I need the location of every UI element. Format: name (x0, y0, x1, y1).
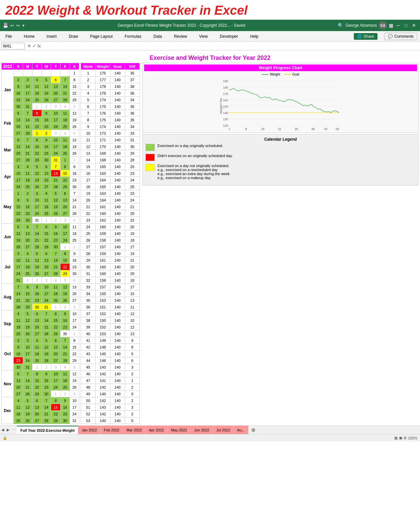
calendar-cell[interactable]: 12 (61, 284, 70, 290)
calendar-cell[interactable]: 1 (23, 277, 32, 284)
calendar-cell[interactable]: 30 (14, 364, 23, 371)
calendar-cell[interactable]: 27 (42, 270, 51, 277)
calendar-cell[interactable]: 5 (23, 310, 32, 317)
calendar-cell[interactable]: 27 (32, 417, 42, 424)
calendar-cell[interactable]: 2 (14, 337, 23, 344)
calendar-cell[interactable]: 22 (32, 150, 42, 157)
calendar-cell[interactable]: 7 (51, 250, 61, 257)
calendar-cell[interactable]: 19 (14, 237, 23, 244)
tab-page-layout[interactable]: Page Layout (87, 33, 115, 40)
calendar-cell[interactable]: 30 (32, 304, 42, 310)
calendar-cell[interactable]: 20 (51, 351, 61, 357)
calendar-cell[interactable]: 27 (51, 97, 61, 103)
calendar-cell[interactable]: 18 (61, 143, 70, 150)
calendar-cell[interactable]: 7 (23, 371, 32, 377)
calendar-cell[interactable]: 14 (51, 170, 61, 177)
calendar-cell[interactable]: 10 (51, 110, 61, 117)
calendar-cell[interactable]: 20 (61, 204, 70, 210)
calendar-cell[interactable]: 1 (61, 244, 70, 250)
calendar-cell[interactable]: 31 (70, 417, 79, 424)
calendar-cell[interactable]: 3 (70, 304, 79, 310)
calendar-cell[interactable]: 2 (70, 157, 79, 163)
calendar-cell[interactable]: 27 (14, 130, 23, 137)
calendar-cell[interactable]: 20 (23, 237, 32, 244)
calendar-cell[interactable] (51, 70, 61, 77)
calendar-cell[interactable]: 12 (42, 344, 51, 351)
calendar-cell[interactable]: 19 (51, 204, 61, 210)
calendar-cell[interactable]: 12 (14, 230, 23, 237)
calendar-cell[interactable]: 22 (61, 264, 70, 270)
calendar-cell[interactable]: 25 (32, 357, 42, 364)
calendar-cell[interactable]: 30 (70, 270, 79, 277)
calendar-cell[interactable]: 6 (23, 224, 32, 230)
calendar-cell[interactable]: 8 (23, 284, 32, 290)
tab-help[interactable]: Help (247, 33, 261, 40)
calendar-cell[interactable]: 22 (23, 297, 32, 304)
calendar-cell[interactable]: 10 (14, 170, 23, 177)
calendar-cell[interactable]: 21 (61, 90, 70, 97)
calendar-cell[interactable]: 25 (32, 97, 42, 103)
calendar-cell[interactable]: 29 (14, 217, 23, 224)
calendar-cell[interactable]: 26 (42, 97, 51, 103)
calendar-cell[interactable]: 15 (61, 257, 70, 264)
calendar-cell[interactable]: 22 (51, 324, 61, 330)
calendar-cell[interactable]: 4 (14, 397, 23, 404)
calendar-cell[interactable]: 24 (70, 411, 79, 417)
calendar-cell[interactable]: 2 (61, 304, 70, 310)
calendar-cell[interactable]: 7 (70, 190, 79, 197)
calendar-cell[interactable]: 10 (51, 371, 61, 377)
calendar-cell[interactable]: 8 (70, 77, 79, 83)
calendar-cell[interactable]: 4 (32, 77, 42, 83)
calendar-cell[interactable]: 28 (23, 130, 32, 137)
calendar-cell[interactable]: 30 (23, 217, 32, 224)
calendar-cell[interactable]: 11 (14, 317, 23, 324)
calendar-cell[interactable]: 21 (51, 264, 61, 270)
calendar-cell[interactable]: 30 (51, 244, 61, 250)
calendar-cell[interactable]: 10 (70, 310, 79, 317)
share-button[interactable]: 🌐 Share (354, 33, 378, 40)
calendar-cell[interactable]: 2 (23, 190, 32, 197)
calendar-cell[interactable]: 11 (51, 284, 61, 290)
calendar-cell[interactable]: 6 (70, 277, 79, 284)
calendar-cell[interactable]: 3 (14, 250, 23, 257)
calendar-cell[interactable]: 13 (51, 344, 61, 351)
calendar-cell[interactable] (42, 70, 51, 77)
confirm-formula-icon[interactable]: ✓ (32, 43, 36, 48)
calendar-cell[interactable]: 23 (70, 264, 79, 270)
calendar-cell[interactable]: 13 (14, 377, 23, 384)
calendar-cell[interactable]: 23 (61, 411, 70, 417)
calendar-cell[interactable]: 12 (70, 137, 79, 143)
calendar-cell[interactable] (23, 70, 32, 77)
calendar-cell[interactable]: 28 (42, 417, 51, 424)
calendar-cell[interactable]: 29 (61, 270, 70, 277)
calendar-cell[interactable]: 28 (32, 244, 42, 250)
calendar-cell[interactable]: 26 (61, 297, 70, 304)
calendar-cell[interactable]: 6 (42, 163, 51, 170)
calendar-cell[interactable]: 23 (14, 97, 23, 103)
calendar-cell[interactable]: 12 (70, 110, 79, 117)
redo-icon[interactable]: ↪ (16, 23, 20, 28)
calendar-cell[interactable]: 31 (51, 157, 61, 163)
calendar-cell[interactable]: 9 (32, 284, 42, 290)
calendar-cell[interactable]: 22 (42, 237, 51, 244)
calendar-cell[interactable]: 14 (70, 197, 79, 204)
calendar-cell[interactable]: 9 (14, 83, 23, 90)
layout-icon[interactable]: ▦ (389, 23, 393, 28)
calendar-cell[interactable]: 18 (14, 411, 23, 417)
calendar-cell[interactable]: 20 (32, 411, 42, 417)
calendar-cell[interactable]: 19 (32, 264, 42, 270)
calendar-cell[interactable]: 15 (14, 204, 23, 210)
calendar-cell[interactable]: 15 (42, 230, 51, 237)
calendar-cell[interactable]: 6 (14, 371, 23, 377)
calendar-cell[interactable]: 1 (14, 190, 23, 197)
calendar-cell[interactable]: 26 (70, 150, 79, 157)
calendar-cell[interactable]: 29 (70, 357, 79, 364)
calendar-cell[interactable]: 2 (32, 277, 42, 284)
calendar-cell[interactable]: 24 (32, 210, 42, 217)
calendar-cell[interactable]: 25 (23, 183, 32, 190)
calendar-cell[interactable]: 14 (23, 377, 32, 384)
calendar-cell[interactable]: 30 (42, 391, 51, 397)
calendar-cell[interactable]: 28 (70, 210, 79, 217)
calendar-cell[interactable]: 20 (70, 290, 79, 297)
calendar-cell[interactable]: 30 (61, 417, 70, 424)
